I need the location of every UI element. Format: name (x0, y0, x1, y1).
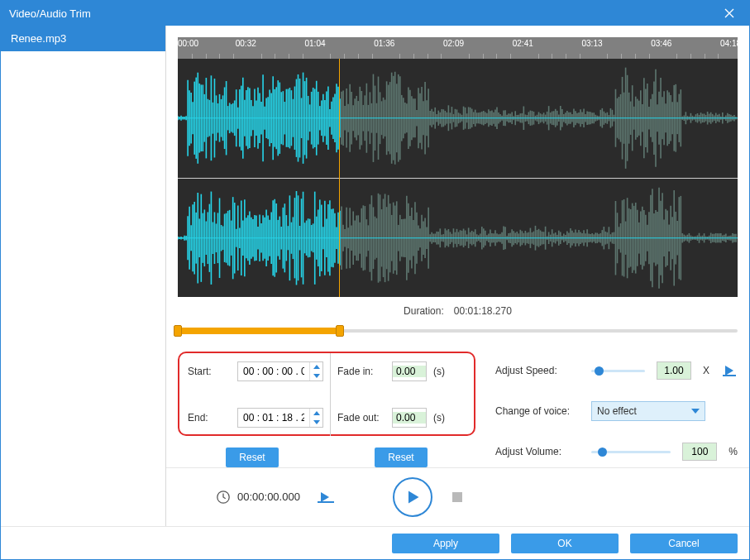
clock-icon (216, 490, 231, 505)
play-button[interactable] (393, 477, 432, 517)
fade-out-unit: (s) (433, 412, 445, 424)
volume-unit: % (729, 446, 738, 457)
cancel-button[interactable]: Cancel (630, 534, 738, 553)
duration-value: 00:01:18.270 (454, 305, 512, 317)
controls-row: Start: End: (178, 352, 738, 467)
stepper-down-icon[interactable] (310, 371, 322, 381)
start-label: Start: (188, 366, 231, 377)
end-label: End: (188, 412, 231, 424)
fade-in-unit: (s) (433, 366, 445, 377)
voice-value: No effect (597, 405, 637, 417)
file-sidebar: Renee.mp3 (1, 26, 166, 526)
fade-in-field[interactable] (393, 366, 426, 377)
volume-slider[interactable] (591, 446, 671, 457)
speed-unit: X (703, 365, 709, 376)
speed-label: Adjust Speed: (495, 365, 580, 376)
group-divider (330, 353, 331, 436)
play-icon (318, 491, 334, 504)
main-panel: 00:0000:3201:0401:3602:0902:4103:1303:46… (166, 26, 749, 526)
seek-button[interactable] (317, 490, 335, 505)
duration-row: Duration: 00:01:18.270 (178, 297, 738, 322)
fade-out-label: Fade out: (337, 412, 385, 424)
start-time-input[interactable] (237, 361, 323, 381)
ok-button[interactable]: OK (511, 534, 619, 553)
ruler-tick: 02:41 (513, 39, 533, 48)
fade-in-label: Fade in: (337, 366, 385, 377)
end-time-stepper[interactable] (309, 409, 322, 427)
reset-fade-button[interactable]: Reset (375, 448, 428, 467)
ruler-tick: 00:32 (236, 39, 256, 48)
chevron-down-icon (691, 409, 700, 414)
svg-rect-674 (318, 501, 334, 503)
fade-out-input[interactable] (392, 408, 427, 428)
svg-rect-672 (723, 375, 736, 376)
trim-range-bar[interactable] (178, 325, 738, 337)
voice-select[interactable]: No effect (591, 401, 705, 421)
volume-value[interactable] (682, 443, 717, 461)
stepper-down-icon[interactable] (310, 418, 322, 427)
speed-slider[interactable] (591, 365, 645, 376)
preview-speed-button[interactable] (721, 362, 738, 379)
trim-handle-end[interactable] (336, 325, 344, 337)
trim-fade-group: Start: End: (178, 352, 475, 436)
playback-bar: 00:00:00.000 (166, 467, 749, 525)
window-title: Video/Audio Trim (9, 7, 718, 20)
ruler-tick: 01:04 (305, 39, 326, 48)
stop-button[interactable] (449, 489, 466, 505)
sidebar-item-label: Renee.mp3 (11, 32, 66, 45)
waveform-channel-left (178, 59, 738, 178)
close-button[interactable] (718, 2, 741, 25)
voice-label: Change of voice: (495, 405, 580, 417)
volume-label: Adjust Volume: (495, 446, 580, 457)
play-icon (723, 364, 736, 377)
fade-out-field[interactable] (393, 412, 426, 424)
stepper-up-icon[interactable] (310, 409, 322, 418)
reset-trim-button[interactable]: Reset (226, 448, 279, 467)
close-icon (724, 8, 734, 18)
window: Video/Audio Trim Renee.mp3 00:0000:3201:… (0, 0, 750, 560)
ruler-tick: 00:00 (178, 39, 198, 48)
ruler-tick: 02:09 (443, 39, 464, 48)
trim-selection (178, 328, 340, 334)
ruler-tick: 03:46 (651, 39, 671, 48)
ruler-tick: 01:36 (374, 39, 394, 48)
trim-handle-start[interactable] (174, 325, 182, 337)
stop-icon (452, 492, 462, 502)
timeline-ruler[interactable]: 00:0000:3201:0401:3602:0902:4103:1303:46… (178, 37, 738, 59)
stepper-up-icon[interactable] (310, 362, 322, 371)
footer: Apply OK Cancel (1, 526, 749, 559)
end-time-input[interactable] (237, 408, 323, 428)
ruler-tick: 04:18 (720, 39, 741, 48)
play-icon (404, 489, 421, 505)
speed-value[interactable] (657, 361, 691, 380)
playback-time: 00:00:00.000 (216, 490, 300, 505)
ruler-tick: 03:13 (582, 39, 603, 48)
playback-position: 00:00:00.000 (237, 491, 300, 503)
waveform-area[interactable] (178, 59, 738, 297)
end-time-field[interactable] (238, 412, 309, 424)
duration-label: Duration: (404, 305, 444, 317)
apply-button[interactable]: Apply (392, 534, 499, 553)
sidebar-item-file[interactable]: Renee.mp3 (1, 26, 165, 51)
waveform-channel-right (178, 179, 738, 298)
fade-in-input[interactable] (392, 361, 427, 381)
start-time-field[interactable] (238, 366, 309, 377)
start-time-stepper[interactable] (309, 362, 322, 381)
title-bar: Video/Audio Trim (1, 1, 749, 26)
